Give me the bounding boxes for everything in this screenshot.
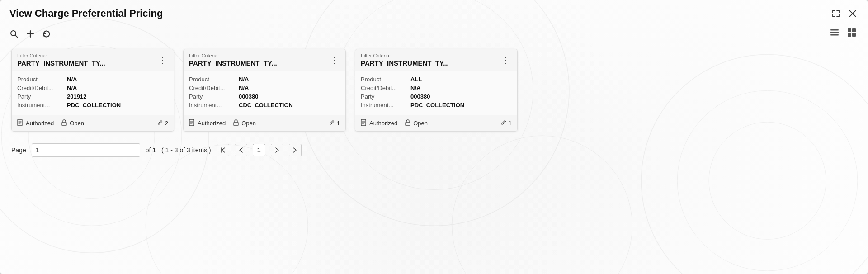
card-1-count: 2	[157, 119, 168, 127]
card-3-menu-button[interactable]: ⋮	[500, 56, 512, 64]
card-1-footer: Authorized Open 2	[12, 115, 174, 131]
card-3-row-3-value: PDC_COLLECTION	[410, 102, 464, 109]
card-3-row-1-label: Credit/Debit...	[361, 85, 410, 91]
card-3-body: ProductALLCredit/Debit...N/AParty000380I…	[355, 71, 517, 115]
header-actions	[830, 8, 859, 19]
current-page-button[interactable]: 1	[253, 144, 265, 156]
card-2-menu-button[interactable]: ⋮	[328, 56, 340, 64]
svg-rect-23	[406, 122, 410, 126]
card-1-filter-value: PARTY_INSTRUMENT_TY...	[17, 59, 105, 67]
page-of: of 1	[146, 146, 156, 154]
card-2-row-1-value: N/A	[239, 85, 249, 91]
page-info: ( 1 - 3 of 3 items )	[161, 146, 211, 154]
card-1-row-1: Credit/Debit...N/A	[17, 85, 168, 91]
card-3-filter-value: PARTY_INSTRUMENT_TY...	[361, 59, 449, 67]
card-1-row-2-label: Party	[17, 93, 67, 100]
card-1-authorized: Authorized	[17, 119, 54, 128]
card-2-open: Open	[233, 119, 256, 128]
card-3-count: 1	[500, 119, 512, 127]
next-page-button[interactable]	[271, 144, 283, 156]
svg-rect-15	[852, 28, 856, 32]
add-button[interactable]	[26, 29, 35, 38]
card-2-row-0: ProductN/A	[189, 76, 340, 83]
lock-icon	[405, 119, 411, 128]
card-2-header: Filter Criteria:PARTY_INSTRUMENT_TY...⋮	[184, 49, 345, 71]
svg-rect-13	[830, 34, 839, 36]
card-2-row-3-label: Instrument...	[189, 102, 239, 109]
svg-rect-12	[830, 32, 839, 33]
count-value: 1	[509, 120, 512, 127]
card-2-body: ProductN/ACredit/Debit...N/AParty000380I…	[184, 71, 345, 115]
prev-page-button[interactable]	[235, 144, 247, 156]
card-1: Filter Criteria:PARTY_INSTRUMENT_TY...⋮P…	[11, 49, 174, 132]
card-1-row-2: Party201912	[17, 93, 168, 100]
toolbar	[0, 23, 868, 44]
card-1-row-2-value: 201912	[67, 93, 86, 100]
svg-rect-21	[234, 122, 238, 126]
card-2-row-1: Credit/Debit...N/A	[189, 85, 340, 91]
document-icon	[189, 119, 195, 128]
card-3-footer: Authorized Open 1	[355, 115, 517, 131]
card-1-row-1-value: N/A	[67, 85, 77, 91]
card-2-row-1-label: Credit/Debit...	[189, 85, 239, 91]
card-2-filter-value: PARTY_INSTRUMENT_TY...	[189, 59, 277, 67]
page-label: Page	[11, 146, 26, 154]
card-3-row-3-label: Instrument...	[361, 102, 410, 109]
svg-rect-16	[848, 33, 851, 37]
card-2-row-3: Instrument...CDC_COLLECTION	[189, 102, 340, 109]
card-3-authorized: Authorized	[361, 119, 397, 128]
edit-icon	[500, 119, 507, 127]
card-2-row-0-label: Product	[189, 76, 239, 83]
card-2: Filter Criteria:PARTY_INSTRUMENT_TY...⋮P…	[183, 49, 346, 132]
authorized-label: Authorized	[369, 120, 397, 127]
authorized-label: Authorized	[198, 120, 226, 127]
page-input[interactable]	[32, 143, 140, 157]
card-1-row-0: ProductN/A	[17, 76, 168, 83]
authorized-label: Authorized	[26, 120, 54, 127]
close-button[interactable]	[847, 9, 859, 19]
last-page-button[interactable]	[289, 144, 302, 156]
card-3-row-1: Credit/Debit...N/A	[361, 85, 512, 91]
card-2-row-2-label: Party	[189, 93, 239, 100]
card-2-authorized: Authorized	[189, 119, 226, 128]
expand-button[interactable]	[830, 8, 842, 19]
svg-rect-14	[848, 28, 851, 32]
open-label: Open	[413, 120, 428, 127]
page-title: View Charge Preferential Pricing	[9, 8, 163, 19]
card-2-filter-label: Filter Criteria:	[189, 53, 277, 58]
card-1-row-0-value: N/A	[67, 76, 77, 83]
search-button[interactable]	[9, 29, 19, 38]
grid-view-button[interactable]	[845, 27, 859, 41]
card-2-row-2-value: 000380	[239, 93, 258, 100]
card-1-menu-button[interactable]: ⋮	[156, 56, 168, 64]
card-3-row-2-value: 000380	[410, 93, 430, 100]
list-view-button[interactable]	[828, 27, 841, 41]
card-1-row-3: Instrument...PDC_COLLECTION	[17, 102, 168, 109]
svg-rect-19	[62, 122, 66, 126]
card-1-open: Open	[61, 119, 84, 128]
edit-icon	[329, 119, 335, 127]
pagination: Page of 1 ( 1 - 3 of 3 items ) 1	[0, 136, 868, 164]
open-label: Open	[70, 120, 84, 127]
card-1-row-0-label: Product	[17, 76, 67, 83]
card-1-row-1-label: Credit/Debit...	[17, 85, 67, 91]
document-icon	[361, 119, 367, 128]
first-page-button[interactable]	[217, 144, 229, 156]
card-3-row-0-value: ALL	[410, 76, 422, 83]
card-2-row-3-value: CDC_COLLECTION	[239, 102, 293, 109]
edit-icon	[157, 119, 163, 127]
document-icon	[17, 119, 24, 128]
card-3-open: Open	[405, 119, 428, 128]
main-window: View Charge Preferential Pricing	[0, 0, 868, 274]
card-2-count: 1	[329, 119, 340, 127]
card-3-filter-label: Filter Criteria:	[361, 53, 449, 58]
card-1-row-3-value: PDC_COLLECTION	[67, 102, 121, 109]
lock-icon	[233, 119, 239, 128]
cards-container: Filter Criteria:PARTY_INSTRUMENT_TY...⋮P…	[0, 44, 868, 136]
card-3-row-1-value: N/A	[410, 85, 420, 91]
card-1-body: ProductN/ACredit/Debit...N/AParty201912I…	[12, 71, 174, 115]
open-label: Open	[241, 120, 256, 127]
refresh-button[interactable]	[42, 29, 51, 38]
card-3: Filter Criteria:PARTY_INSTRUMENT_TY...⋮P…	[355, 49, 518, 132]
count-value: 2	[165, 120, 168, 127]
